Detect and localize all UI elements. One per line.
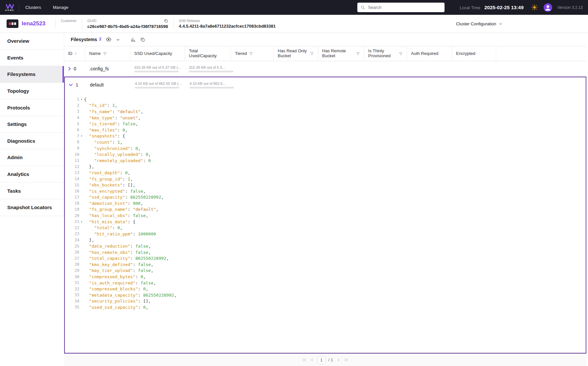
copy-guid-icon[interactable] — [164, 19, 168, 23]
json-line: 27 "total_capacity": 862550228992, — [71, 255, 580, 261]
divider — [82, 18, 82, 29]
line-number: 8 — [71, 140, 79, 144]
row-id: 0 — [74, 66, 76, 71]
json-line-content: "has_local_obs": false, — [84, 213, 148, 218]
next-page-button[interactable] — [336, 357, 341, 362]
collapse-caret-icon[interactable] — [69, 84, 73, 86]
line-number: 22 — [71, 226, 79, 230]
sidebar-item-topology[interactable]: Topology — [0, 83, 64, 100]
sidebar-item-filesystems[interactable]: Filesystems — [0, 66, 64, 83]
search-icon — [361, 5, 365, 10]
filter-icon[interactable] — [249, 52, 253, 56]
json-line: 1 ▾ { — [71, 96, 580, 103]
json-line: 5 "is_tiered": false, — [71, 121, 580, 127]
filter-icon[interactable] — [399, 52, 403, 56]
sidebar-item-analytics[interactable]: Analytics — [0, 166, 64, 183]
sidebar-item-label: Analytics — [7, 171, 29, 177]
topbar-nav: Clusters Manage — [25, 5, 68, 10]
total-capacity-text: 4.10 KB out of 862.5... — [190, 82, 228, 85]
collapse-caret-icon[interactable]: ▾ — [79, 98, 84, 101]
column-header-id[interactable]: ID ↑ — [64, 46, 85, 61]
json-line: 31 "is_auth_required": false, — [71, 280, 580, 286]
column-header-tiered[interactable]: Tiered — [231, 46, 274, 61]
collapse-caret-icon[interactable]: ▾ — [79, 134, 84, 137]
chevron-down-icon[interactable] — [116, 37, 120, 42]
filter-icon[interactable] — [103, 52, 107, 56]
column-header-has-read-only-bucket[interactable]: Has Read Only Bucket — [274, 46, 318, 61]
json-line: 22 "total": 0, — [71, 225, 580, 231]
cluster-configuration-dropdown[interactable]: Cluster Configuration — [456, 21, 502, 26]
sidebar-item-diagnostics[interactable]: Diagnostics — [0, 133, 64, 150]
chevron-down-icon — [499, 22, 502, 26]
sidebar-item-settings[interactable]: Settings — [0, 116, 64, 133]
cluster-configuration-label: Cluster Configuration — [456, 21, 496, 26]
table-header: ID ↑ Name SSD Used/Capacity Total Used/C… — [64, 46, 586, 61]
filesystems-count-badge: 2 — [99, 37, 101, 41]
column-header-total-used-capacity[interactable]: Total Used/Capacity — [185, 46, 231, 61]
json-viewer: 1 ▾ { 2 "fs_id": 1, 3 "fs_name": "defaul… — [65, 92, 586, 353]
column-header-has-remote-bucket[interactable]: Has Remote Bucket — [318, 46, 364, 61]
column-header-name[interactable]: Name — [85, 46, 130, 61]
search-box[interactable] — [357, 3, 445, 12]
theme-sun-icon[interactable] — [531, 4, 538, 11]
table-row-config-fs[interactable]: 0 .config_fs 315.39 KB out of 5.37 GB (.… — [64, 61, 586, 77]
user-avatar[interactable] — [544, 3, 552, 12]
app-root: HOME Clusters Manage Local Time 2025-02-… — [0, 0, 588, 366]
sidebar-item-tasks[interactable]: Tasks — [0, 183, 64, 199]
last-page-button[interactable] — [344, 357, 349, 362]
table-row-default[interactable]: 1 default 4.10 KB out of 862.55 GB (... … — [65, 77, 586, 92]
home-logo-label: HOME — [5, 9, 14, 11]
line-number: 20 — [71, 213, 79, 218]
expand-caret-icon[interactable] — [68, 67, 71, 71]
column-header-label: ID — [68, 51, 72, 56]
sidebar: Overview Events Filesystems Topology Pro… — [0, 33, 64, 216]
json-line: 34 "security_policies": [], — [71, 298, 580, 305]
copy-table-icon[interactable] — [140, 37, 145, 42]
sidebar-item-protocols[interactable]: Protocols — [0, 99, 64, 116]
json-line: 29 "may_tier_upload": false, — [71, 268, 580, 274]
row-id-cell: 1 — [65, 82, 86, 87]
json-line-content: "synchronized": 0, — [84, 146, 141, 151]
sidebar-item-label: Filesystems — [7, 71, 36, 77]
chart-columns-icon[interactable] — [131, 37, 136, 42]
nav-clusters[interactable]: Clusters — [25, 5, 41, 10]
line-number: 15 — [71, 183, 79, 187]
json-line-content: "fs_group_id": 1, — [84, 177, 133, 182]
page-title: Filesystems — [71, 37, 97, 42]
eye-icon[interactable] — [106, 37, 112, 42]
sidebar-item-admin[interactable]: Admin — [0, 149, 64, 166]
sidebar-item-events[interactable]: Events — [0, 50, 64, 66]
json-line: 11 "remotely_uploaded": 0 — [71, 158, 580, 164]
first-page-button[interactable] — [302, 357, 307, 362]
local-time-value: 2025-02-25 13:49 — [484, 5, 524, 10]
json-line-content: { — [84, 97, 87, 102]
filter-icon[interactable] — [356, 52, 360, 56]
search-input[interactable] — [368, 5, 441, 10]
collapse-caret-icon[interactable]: ▾ — [79, 220, 84, 223]
json-line-content: "ssd_capacity": 862550228992, — [84, 195, 164, 200]
column-header-is-thinly-provisioned[interactable]: Is Thinly Provisioned — [364, 46, 407, 61]
ssd-capacity-text: 4.10 KB out of 862.55 GB (... — [135, 82, 182, 85]
line-number: 4 — [71, 115, 79, 120]
nav-manage[interactable]: Manage — [53, 5, 68, 10]
json-line-content: "compressed_bytes": 0, — [84, 274, 146, 279]
local-time-label: Local Time — [460, 5, 480, 10]
previous-page-button[interactable] — [310, 357, 315, 362]
sidebar-item-label: Topology — [7, 88, 29, 94]
sidebar-item-overview[interactable]: Overview — [0, 33, 64, 50]
line-number: 23 — [71, 232, 79, 236]
sidebar-item-label: Tasks — [7, 188, 21, 194]
current-page-input[interactable]: 1 — [318, 356, 325, 364]
json-line-content: "snapshots": { — [84, 134, 125, 138]
column-header-ssd-used-capacity[interactable]: SSD Used/Capacity — [130, 46, 185, 61]
home-logo[interactable]: HOME — [5, 4, 14, 11]
column-header-encrypted[interactable]: Encrypted — [452, 46, 496, 61]
filter-icon[interactable] — [310, 52, 314, 56]
sort-asc-icon[interactable]: ↑ — [75, 51, 77, 56]
guid-value: c26ce987-8b75-4bd5-a24a-f36f78716598 — [88, 24, 168, 29]
json-line: 28 "kms_key_defined": false, — [71, 261, 580, 268]
sidebar-item-snapshot-locators[interactable]: Snapshot Locators — [0, 199, 64, 216]
json-line-content: "hit_ratio_ppm": 1000000 — [84, 232, 156, 236]
column-header-auth-required[interactable]: Auth Required — [407, 46, 452, 61]
customer-section: Customer — [61, 19, 77, 29]
